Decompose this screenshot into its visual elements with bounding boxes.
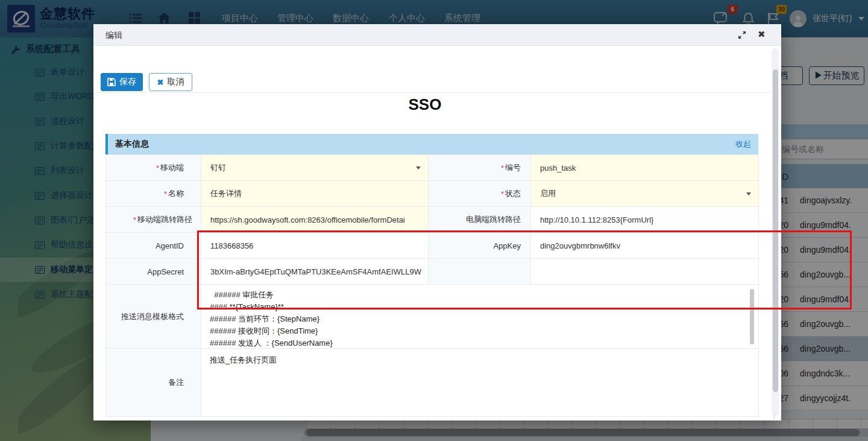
required-marker: * — [501, 189, 504, 198]
template-textarea[interactable]: ###### 审批任务 #### **{TaskName}** ###### 当… — [201, 285, 759, 349]
modal-title: 编辑 — [105, 30, 122, 41]
resize-handle[interactable]: ⋮⋮ — [772, 413, 785, 420]
field-label-appsecret: AppSecret — [106, 259, 201, 285]
label-text: AppKey — [493, 241, 521, 250]
label-text: 备注 — [168, 377, 184, 388]
maximize-icon[interactable] — [737, 30, 747, 40]
label-text: AppSecret — [147, 267, 184, 276]
cancel-x-icon: ✖ — [157, 78, 164, 87]
empty-label-cell — [429, 259, 531, 285]
code-input[interactable]: push_task — [531, 155, 759, 181]
modal-scrollbar-thumb[interactable] — [773, 69, 778, 392]
label-text: 电脑端跳转路径 — [466, 214, 521, 225]
modal-scrollbar[interactable] — [772, 48, 779, 416]
field-label-appkey: AppKey — [429, 233, 531, 259]
template-text: ###### 审批任务 #### **{TaskName}** ###### 当… — [210, 289, 744, 349]
required-marker: * — [156, 163, 159, 173]
input-value: https://sh.goodwaysoft.com:8263/officemo… — [210, 215, 405, 224]
required-marker: * — [164, 189, 167, 198]
field-label-mobile: *移动端 — [106, 155, 201, 181]
field-label-agentid: AgentID — [106, 233, 201, 259]
textarea-scrollbar-thumb[interactable] — [750, 289, 754, 344]
field-label-name: *名称 — [106, 181, 201, 207]
modal-header: 编辑 ✖ — [93, 24, 781, 46]
name-input[interactable]: 任务详情 — [201, 181, 429, 207]
select-value: 启用 — [540, 188, 556, 199]
field-label-template: 推送消息模板格式 — [106, 285, 201, 349]
remark-text: 推送_任务执行页面 — [210, 355, 277, 364]
label-text: 编号 — [505, 162, 521, 173]
field-label-mobile-url: *移动端跳转路径 — [106, 207, 201, 233]
edit-modal: 编辑 ✖ 保存 ✖ 取消 SSO 基本信息 收起 — [93, 24, 781, 420]
modal-toolbar: 保存 ✖ 取消 — [93, 46, 781, 93]
status-select[interactable]: 启用 — [531, 181, 759, 207]
appkey-input[interactable]: ding2ouvgbmrbnw6lfkv — [531, 233, 759, 259]
input-value: ding2ouvgbmrbnw6lfkv — [540, 241, 620, 250]
save-icon — [107, 78, 116, 86]
cancel-label: 取消 — [167, 77, 184, 87]
form-title: SSO — [93, 95, 756, 114]
mobile-select[interactable]: 钉钉 — [201, 155, 429, 181]
remark-textarea[interactable]: 推送_任务执行页面 — [201, 349, 759, 417]
field-label-status: *状态 — [429, 181, 531, 207]
agentid-input[interactable]: 1183668356 — [201, 233, 429, 259]
field-label-remark: 备注 — [106, 349, 201, 417]
input-value: 3bXIm-aBrtyG4EptTuQMTaPTU3KEeAmSF4AmfAEI… — [210, 267, 421, 276]
save-button[interactable]: 保存 — [101, 73, 143, 91]
pc-url-input[interactable]: http://10.10.1.112:8253{FormUrl} — [531, 207, 759, 233]
required-marker: * — [133, 215, 136, 224]
label-text: 移动端 — [160, 162, 184, 173]
collapse-link[interactable]: 收起 — [735, 139, 751, 150]
appsecret-input[interactable]: 3bXIm-aBrtyG4EptTuQMTaPTU3KEeAmSF4AmfAEI… — [201, 259, 429, 285]
field-label-pc-url: 电脑端跳转路径 — [429, 207, 531, 233]
input-value: http://10.10.1.112:8253{FormUrl} — [540, 215, 653, 224]
cancel-button[interactable]: ✖ 取消 — [149, 73, 192, 91]
page: 文档 ▶开始预览 D AppKey 241dingoajvsxlzy. 20di… — [0, 0, 868, 441]
save-label: 保存 — [119, 77, 136, 87]
label-text: 移动端跳转路径 — [137, 214, 192, 225]
close-icon[interactable]: ✖ — [758, 29, 766, 40]
label-text: 名称 — [168, 188, 184, 199]
form-table: *移动端 钉钉 *编号 push_task *名称 任务详情 *状态 启用 *移… — [105, 154, 758, 417]
section-title: 基本信息 — [115, 139, 149, 150]
input-value: 1183668356 — [210, 241, 253, 250]
input-value: push_task — [540, 163, 576, 173]
chevron-down-icon — [746, 192, 751, 195]
input-value: 任务详情 — [210, 188, 242, 199]
chevron-down-icon — [416, 167, 421, 170]
select-value: 钉钉 — [210, 162, 226, 173]
label-text: AgentID — [156, 241, 184, 250]
required-marker: * — [501, 163, 504, 173]
mobile-url-input[interactable]: https://sh.goodwaysoft.com:8263/officemo… — [201, 207, 429, 233]
field-label-code: *编号 — [429, 155, 531, 181]
section-header: 基本信息 收起 — [105, 134, 758, 154]
label-text: 推送消息模板格式 — [121, 311, 184, 322]
label-text: 状态 — [505, 188, 521, 199]
empty-value-cell — [531, 259, 759, 285]
